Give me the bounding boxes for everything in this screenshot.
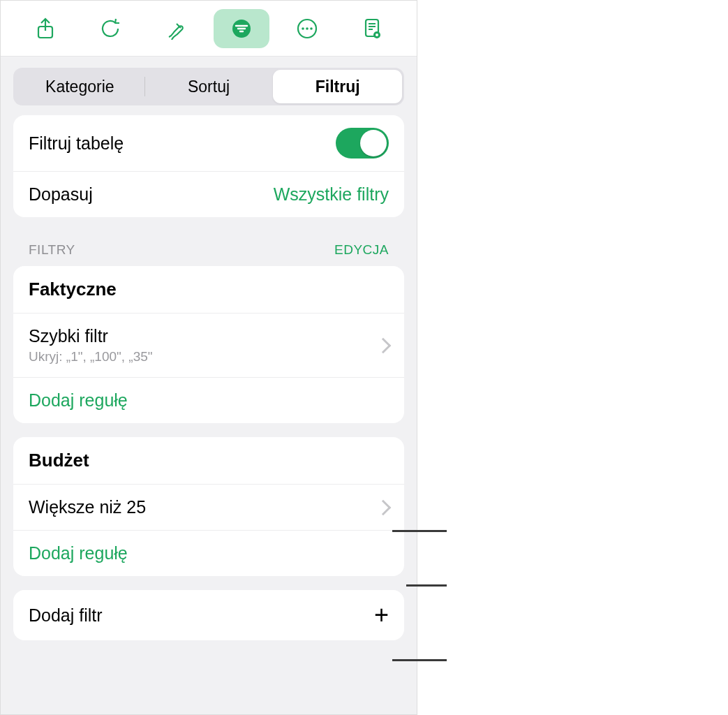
- filter-group-0: Faktyczne Szybki filtr Ukryj: „1", „100"…: [13, 266, 404, 423]
- filter-group-heading: Budżet: [13, 437, 404, 484]
- add-rule-button[interactable]: Dodaj regułę: [13, 377, 404, 423]
- tab-label: Kategorie: [45, 78, 114, 96]
- add-filter-button[interactable]: Dodaj filtr +: [13, 590, 404, 640]
- group-title: Budżet: [29, 450, 89, 471]
- plus-icon: +: [374, 603, 389, 628]
- svg-point-3: [302, 27, 304, 30]
- match-label: Dopasuj: [29, 184, 93, 205]
- add-filter-card: Dodaj filtr +: [13, 590, 404, 640]
- add-filter-label: Dodaj filtr: [29, 605, 103, 626]
- svg-point-8: [376, 34, 378, 36]
- callout-line: [392, 530, 447, 532]
- more-button[interactable]: [279, 9, 335, 48]
- filter-rule-row[interactable]: Większe niż 25: [13, 484, 404, 530]
- tab-sort[interactable]: Sortuj: [144, 70, 274, 103]
- filter-group-1: Budżet Większe niż 25 Dodaj regułę: [13, 437, 404, 576]
- rule-subtitle: Ukryj: „1", „100", „35": [29, 349, 153, 364]
- section-title: FILTRY: [29, 242, 75, 258]
- add-rule-label: Dodaj regułę: [29, 390, 128, 411]
- chevron-right-icon: [376, 499, 392, 515]
- tab-label: Filtruj: [315, 78, 360, 96]
- match-row[interactable]: Dopasuj Wszystkie filtry: [13, 171, 404, 217]
- callout-line: [406, 584, 447, 587]
- svg-point-5: [310, 27, 313, 30]
- add-rule-label: Dodaj regułę: [29, 543, 128, 563]
- undo-button[interactable]: [82, 9, 138, 48]
- filter-options-card: Filtruj tabelę Dopasuj Wszystkie filtry: [13, 115, 404, 217]
- svg-point-4: [306, 27, 309, 30]
- filter-group-heading: Faktyczne: [13, 266, 404, 313]
- share-button[interactable]: [17, 9, 73, 48]
- filter-panel: Kategorie Sortuj Filtruj Filtruj tabelę …: [0, 0, 417, 715]
- segmented-control: Kategorie Sortuj Filtruj: [13, 68, 404, 105]
- format-brush-button[interactable]: [148, 9, 204, 48]
- add-rule-button[interactable]: Dodaj regułę: [13, 530, 404, 576]
- rule-title: Szybki filtr: [29, 326, 153, 346]
- filter-table-row: Filtruj tabelę: [13, 115, 404, 171]
- filter-table-toggle[interactable]: [336, 128, 389, 159]
- tab-categories[interactable]: Kategorie: [15, 70, 144, 103]
- document-button[interactable]: [344, 9, 400, 48]
- tab-filter[interactable]: Filtruj: [273, 70, 402, 103]
- filters-section-header: FILTRY EDYCJA: [1, 217, 417, 266]
- filter-rule-row[interactable]: Szybki filtr Ukryj: „1", „100", „35": [13, 313, 404, 377]
- callout-line: [392, 659, 447, 661]
- rule-title: Większe niż 25: [29, 497, 146, 517]
- match-value: Wszystkie filtry: [274, 184, 389, 205]
- toolbar: [1, 1, 417, 57]
- filter-toolbar-button[interactable]: [214, 9, 269, 48]
- chevron-right-icon: [376, 337, 392, 353]
- tab-label: Sortuj: [188, 78, 230, 96]
- group-title: Faktyczne: [29, 279, 117, 300]
- filter-table-label: Filtruj tabelę: [29, 133, 124, 154]
- edit-button[interactable]: EDYCJA: [334, 242, 389, 258]
